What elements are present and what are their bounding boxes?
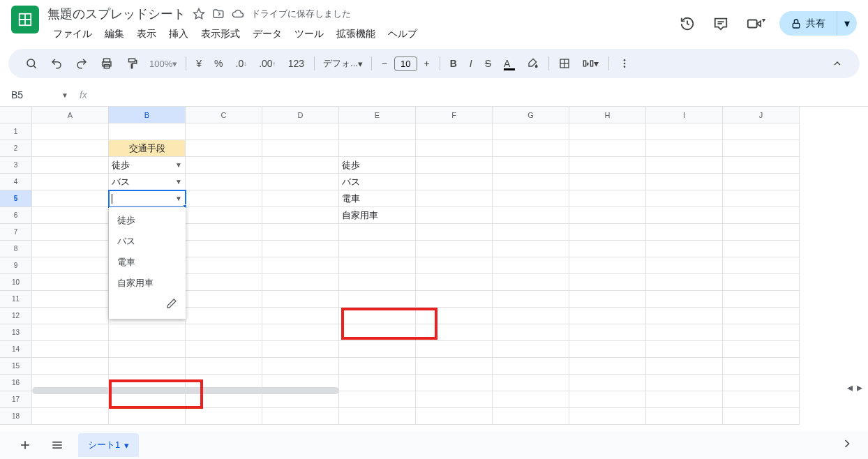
cell-I12[interactable] (646, 308, 723, 324)
cell-E3[interactable]: 徒歩 (339, 157, 416, 174)
cell-H13[interactable] (569, 324, 646, 341)
cell-B18[interactable] (109, 408, 186, 425)
cell-B4[interactable]: バス▼ (109, 174, 186, 190)
row-header[interactable]: 17 (0, 391, 32, 408)
col-header[interactable]: J (723, 107, 800, 123)
cell-F8[interactable] (416, 241, 493, 257)
cell-G15[interactable] (493, 358, 569, 375)
cell-E2[interactable] (339, 140, 416, 157)
cell-E5[interactable]: 電車 (339, 190, 416, 207)
cell-B15[interactable] (109, 358, 186, 375)
cell-A5[interactable] (32, 190, 109, 207)
explore-button[interactable] (840, 437, 854, 453)
cell-J6[interactable] (723, 207, 800, 224)
borders-button[interactable] (553, 54, 576, 73)
cell-C14[interactable] (186, 341, 262, 358)
cell-J10[interactable] (723, 274, 800, 291)
cell-D7[interactable] (262, 224, 339, 241)
paint-format-icon[interactable] (120, 53, 144, 74)
cell-G13[interactable] (493, 324, 569, 341)
row-header[interactable]: 4 (0, 174, 32, 190)
cell-H11[interactable] (569, 291, 646, 308)
cell-B13[interactable] (109, 324, 186, 341)
cell-G5[interactable] (493, 190, 569, 207)
cell-G11[interactable] (493, 291, 569, 308)
cell-A15[interactable] (32, 358, 109, 375)
menu-tools[interactable]: ツール (289, 25, 329, 43)
cell-E1[interactable] (339, 123, 416, 140)
col-header[interactable]: D (262, 107, 339, 123)
cell-A8[interactable] (32, 241, 109, 257)
cell-J18[interactable] (723, 408, 800, 425)
cell-J12[interactable] (723, 308, 800, 324)
cell-F11[interactable] (416, 291, 493, 308)
cell-H8[interactable] (569, 241, 646, 257)
menu-view[interactable]: 表示 (131, 25, 162, 43)
cell-J3[interactable] (723, 157, 800, 174)
cell-G6[interactable] (493, 207, 569, 224)
cell-H1[interactable] (569, 123, 646, 140)
cell-G10[interactable] (493, 274, 569, 291)
col-header[interactable]: B (109, 107, 186, 123)
cell-A12[interactable] (32, 308, 109, 324)
cell-I10[interactable] (646, 274, 723, 291)
cell-F9[interactable] (416, 257, 493, 274)
cell-D11[interactable] (262, 291, 339, 308)
cell-F12[interactable] (416, 308, 493, 324)
cell-A2[interactable] (32, 140, 109, 157)
cell-F13[interactable] (416, 324, 493, 341)
cell-A1[interactable] (32, 123, 109, 140)
cell-C12[interactable] (186, 308, 262, 324)
cell-C3[interactable] (186, 157, 262, 174)
menu-file[interactable]: ファイル (47, 25, 98, 43)
cell-D8[interactable] (262, 241, 339, 257)
cell-E15[interactable] (339, 358, 416, 375)
font-size-decrease[interactable]: − (376, 54, 393, 73)
cell-D3[interactable] (262, 157, 339, 174)
cell-H3[interactable] (569, 157, 646, 174)
cloud-saved-icon[interactable] (232, 8, 244, 20)
all-sheets-button[interactable] (46, 434, 68, 456)
horizontal-scrollbar[interactable] (32, 387, 854, 394)
redo-icon[interactable] (70, 53, 93, 74)
scroll-right-icon[interactable]: ▸ (855, 379, 864, 396)
number-format-button[interactable]: 123 (283, 54, 310, 73)
cell-A4[interactable] (32, 174, 109, 190)
dropdown-option[interactable]: バス (109, 231, 186, 252)
sheets-logo[interactable] (11, 6, 39, 33)
cell-H7[interactable] (569, 224, 646, 241)
cell-I2[interactable] (646, 140, 723, 157)
cell-D18[interactable] (262, 408, 339, 425)
search-icon[interactable] (20, 53, 43, 74)
percent-button[interactable]: % (209, 54, 228, 73)
cell-E11[interactable] (339, 291, 416, 308)
row-header[interactable]: 1 (0, 123, 32, 140)
cell-I13[interactable] (646, 324, 723, 341)
col-header[interactable]: E (339, 107, 416, 123)
cell-J11[interactable] (723, 291, 800, 308)
cell-H15[interactable] (569, 358, 646, 375)
cell-F14[interactable] (416, 341, 493, 358)
cell-J1[interactable] (723, 123, 800, 140)
cell-J9[interactable] (723, 257, 800, 274)
share-button[interactable]: 共有 (779, 11, 837, 36)
undo-icon[interactable] (45, 53, 68, 74)
cell-D1[interactable] (262, 123, 339, 140)
cell-J14[interactable] (723, 341, 800, 358)
cell-F18[interactable] (416, 408, 493, 425)
merge-cells-button[interactable]: ▾ (577, 54, 604, 73)
cell-B5[interactable]: ▼ (109, 190, 186, 207)
name-box[interactable]: B5 (6, 86, 61, 103)
row-header[interactable]: 2 (0, 140, 32, 157)
cell-I4[interactable] (646, 174, 723, 190)
dropdown-edit-button[interactable] (109, 294, 186, 316)
strikethrough-button[interactable]: S (479, 54, 497, 73)
cell-J5[interactable] (723, 190, 800, 207)
col-header[interactable]: H (569, 107, 646, 123)
cell-B14[interactable] (109, 341, 186, 358)
cell-C13[interactable] (186, 324, 262, 341)
row-header[interactable]: 14 (0, 341, 32, 358)
cell-G2[interactable] (493, 140, 569, 157)
row-header[interactable]: 7 (0, 224, 32, 241)
menu-help[interactable]: ヘルプ (382, 25, 423, 43)
